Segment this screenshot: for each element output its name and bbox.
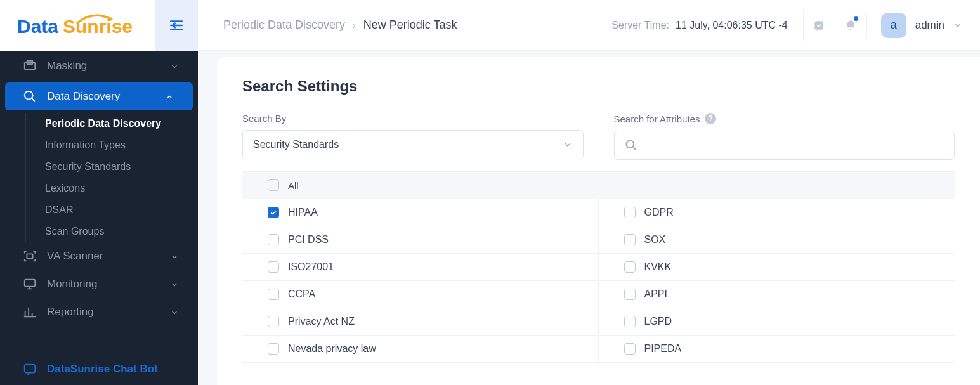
checkbox[interactable] xyxy=(268,289,279,300)
monitor-icon xyxy=(23,277,37,291)
checkbox[interactable] xyxy=(268,343,279,355)
table-row[interactable]: SOX xyxy=(599,226,955,254)
checkbox[interactable] xyxy=(624,207,636,218)
server-time: Server Time: 11 July, 04:06:35 UTC -4 xyxy=(611,20,787,31)
checkbox[interactable] xyxy=(624,343,636,355)
checkbox[interactable] xyxy=(624,261,636,273)
notifications-button[interactable] xyxy=(835,10,866,41)
table-row[interactable]: Privacy Act NZ xyxy=(242,308,599,336)
svg-point-5 xyxy=(25,91,33,100)
standard-label: GDPR xyxy=(644,207,674,218)
chatbot-button[interactable]: DataSunrise Chat Bot xyxy=(0,353,198,385)
breadcrumb: Periodic Data Discovery › New Periodic T… xyxy=(223,18,457,32)
attributes-search[interactable] xyxy=(614,131,955,160)
table-row[interactable]: PCI DSS xyxy=(242,226,599,254)
table-row[interactable]: LGPD xyxy=(599,308,955,336)
sidebar-item-label: Monitoring xyxy=(47,278,97,290)
sidebar-item-va-scanner[interactable]: VA Scanner xyxy=(0,242,198,270)
breadcrumb-current: New Periodic Task xyxy=(363,18,457,32)
sidebar-item-label: Data Discovery xyxy=(47,90,120,103)
standard-label: Nevada privacy law xyxy=(288,343,376,355)
chevron-down-icon xyxy=(953,21,962,30)
table-row[interactable]: APPI xyxy=(599,281,955,308)
select-value: Security Standards xyxy=(253,139,339,150)
table-row[interactable]: Nevada privacy law xyxy=(242,336,599,363)
help-icon[interactable]: ? xyxy=(705,113,716,124)
search-by-label: Search By xyxy=(242,113,584,124)
subnav-scan-groups[interactable]: Scan Groups xyxy=(26,221,198,242)
chatbot-label: DataSunrise Chat Bot xyxy=(47,363,158,375)
subnav-information-types[interactable]: Information Types xyxy=(26,134,198,156)
table-row[interactable]: ISO27001 xyxy=(242,254,599,281)
standard-label: HIPAA xyxy=(288,207,318,218)
all-label: All xyxy=(288,180,299,191)
page-title: Search Settings xyxy=(242,77,955,95)
sidebar-item-label: Reporting xyxy=(47,306,94,318)
breadcrumb-parent[interactable]: Periodic Data Discovery xyxy=(223,18,345,32)
username: admin xyxy=(915,19,944,32)
brand-logo[interactable]: Data Sunrise xyxy=(0,0,155,51)
breadcrumb-separator: › xyxy=(353,20,356,30)
checkbox-all[interactable] xyxy=(268,179,279,191)
svg-text:Data: Data xyxy=(17,16,58,37)
svg-text:Sunrise: Sunrise xyxy=(63,16,133,37)
sidebar-item-data-discovery[interactable]: Data Discovery xyxy=(5,82,193,110)
avatar: a xyxy=(881,13,906,38)
standard-label: CCPA xyxy=(288,289,315,300)
checkbox[interactable] xyxy=(268,261,279,273)
standard-label: SOX xyxy=(644,234,666,245)
chevron-down-icon xyxy=(170,280,179,289)
table-row[interactable]: GDPR xyxy=(599,199,955,226)
table-row[interactable]: HIPAA xyxy=(242,199,599,226)
svg-rect-3 xyxy=(25,63,36,70)
standard-label: PCI DSS xyxy=(288,234,329,245)
standard-label: KVKK xyxy=(644,261,672,273)
masking-icon xyxy=(23,59,37,73)
chevron-down-icon xyxy=(170,308,179,316)
svg-rect-6 xyxy=(27,254,32,258)
attributes-label: Search for Attributes ? xyxy=(614,113,955,124)
svg-point-10 xyxy=(626,141,634,148)
svg-rect-7 xyxy=(25,280,36,287)
chart-icon xyxy=(23,305,37,319)
notification-dot xyxy=(854,16,858,21)
sidebar-item-monitoring[interactable]: Monitoring xyxy=(0,270,198,298)
table-row[interactable]: CCPA xyxy=(242,281,599,308)
search-icon xyxy=(625,139,637,152)
standard-label: Privacy Act NZ xyxy=(288,316,355,327)
subnav-dsar[interactable]: DSAR xyxy=(26,199,198,221)
search-by-select[interactable]: Security Standards xyxy=(242,130,584,159)
sidebar-item-reporting[interactable]: Reporting xyxy=(0,298,198,326)
chevron-down-icon xyxy=(170,62,179,70)
subnav-lexicons[interactable]: Lexicons xyxy=(26,178,198,199)
search-icon xyxy=(23,89,37,103)
server-time-label: Server Time: xyxy=(611,20,669,31)
subnav-security-standards[interactable]: Security Standards xyxy=(26,156,198,178)
standard-label: PIPEDA xyxy=(644,343,682,355)
table-row[interactable]: KVKK xyxy=(599,254,955,281)
chevron-up-icon xyxy=(165,92,174,101)
sidebar-item-label: Masking xyxy=(47,60,87,72)
standard-label: LGPD xyxy=(644,316,672,327)
server-time-value: 11 July, 04:06:35 UTC -4 xyxy=(676,20,788,31)
chat-icon xyxy=(23,362,37,376)
checkbox[interactable] xyxy=(624,289,636,300)
checkbox[interactable] xyxy=(624,234,636,245)
checkbox[interactable] xyxy=(268,207,279,218)
sidebar-collapse-button[interactable] xyxy=(155,0,198,51)
table-row[interactable]: PIPEDA xyxy=(599,336,955,363)
attributes-search-input[interactable] xyxy=(644,140,944,151)
sidebar-item-masking[interactable]: Masking xyxy=(0,52,198,80)
chevron-down-icon xyxy=(563,140,573,150)
checkbox[interactable] xyxy=(268,316,279,327)
tasks-button[interactable] xyxy=(803,10,835,41)
subnav-periodic-discovery[interactable]: Periodic Data Discovery xyxy=(26,113,198,134)
checkbox[interactable] xyxy=(624,316,636,327)
table-header-all[interactable]: All xyxy=(242,172,955,199)
sidebar-item-label: VA Scanner xyxy=(47,250,103,263)
standard-label: APPI xyxy=(644,289,667,300)
checkbox[interactable] xyxy=(268,234,279,245)
scanner-icon xyxy=(23,249,37,263)
user-menu[interactable]: a admin xyxy=(866,13,962,38)
chevron-down-icon xyxy=(170,252,179,261)
